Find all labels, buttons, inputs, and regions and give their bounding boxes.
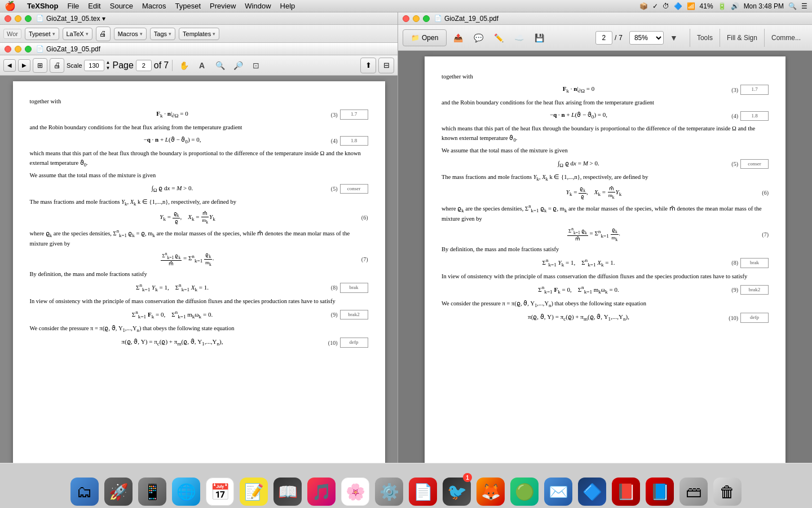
dock-notes[interactable]: 📝 bbox=[237, 473, 270, 506]
adobe-open-button[interactable]: 📁 Open bbox=[403, 29, 447, 46]
dock-tex-app[interactable]: 🔷 bbox=[576, 473, 608, 506]
adobe-fillsign-btn[interactable]: Fill & Sign bbox=[720, 29, 764, 47]
print-button[interactable]: 🖨 bbox=[96, 27, 111, 41]
scale-input[interactable] bbox=[84, 60, 104, 71]
pdf-thumbnail-btn[interactable]: ⊞ bbox=[33, 58, 47, 73]
menu-edit[interactable]: Edit bbox=[83, 1, 105, 11]
launchpad-icon: 🚀 bbox=[104, 478, 133, 506]
tags-dropdown[interactable]: Tags bbox=[150, 28, 175, 40]
adobe-page-input[interactable] bbox=[595, 31, 612, 45]
adobe-edit-btn[interactable]: ✏️ bbox=[489, 29, 508, 47]
text-tool[interactable]: A bbox=[194, 58, 210, 73]
volume-icon[interactable]: 🔊 bbox=[731, 2, 739, 10]
latex-dropdown[interactable]: LaTeX bbox=[63, 28, 92, 40]
source-minimize-button[interactable] bbox=[15, 15, 21, 22]
crop-tool[interactable]: ⊡ bbox=[248, 58, 264, 73]
share-button[interactable]: ⬆ bbox=[360, 58, 376, 73]
adobe-eq3-tag: 1.7 bbox=[740, 85, 769, 95]
typeset-dropdown[interactable]: Typeset bbox=[25, 28, 59, 40]
adobe-eq10-formula: π(ϱ, ϑ, Y) = πc(ϱ) + πm(ϱ, ϑ, Y1,...,Yn)… bbox=[442, 312, 716, 323]
total-pages: 7 bbox=[164, 60, 169, 71]
adobe-eq5-number: (5) bbox=[716, 160, 738, 168]
main-area: 📄 GioZat_19_05.tex ▾ Wor Typeset LaTeX 🖨… bbox=[0, 12, 812, 463]
apple-menu[interactable]: 🍎 bbox=[5, 1, 16, 11]
adobe-zoom-select[interactable]: 85% 100% 125% 150% bbox=[629, 31, 664, 45]
pdf-left-close[interactable] bbox=[5, 46, 11, 52]
dock-launchpad[interactable]: 🚀 bbox=[102, 473, 135, 506]
templates-dropdown[interactable]: Templates bbox=[179, 28, 219, 40]
dock-trash[interactable]: 🗑 bbox=[711, 473, 744, 506]
scale-stepper[interactable]: ▲ ▼ bbox=[106, 60, 111, 71]
adobe-zoom[interactable] bbox=[423, 15, 430, 22]
adobe-para4: The mass fractions and mole fractions Yk… bbox=[442, 173, 769, 183]
dock-firefox[interactable]: 🦊 bbox=[474, 473, 507, 506]
adobe-tools-btn[interactable]: Tools bbox=[690, 29, 720, 47]
dock-finder[interactable]: 🗂 bbox=[68, 473, 101, 506]
sysprefs-icon: ⚙️ bbox=[375, 478, 403, 506]
wifi-icon[interactable]: 📶 bbox=[687, 2, 695, 10]
adobe-save-btn[interactable]: 💾 bbox=[530, 29, 548, 47]
clock-icon[interactable]: ⏱ bbox=[663, 2, 669, 10]
sparrow-badge: 1 bbox=[463, 473, 472, 482]
dock-app-green[interactable]: 🟢 bbox=[508, 473, 541, 506]
eq8-number: (8) bbox=[315, 283, 338, 292]
adobe-close[interactable] bbox=[403, 15, 409, 22]
menu-help[interactable]: Help bbox=[276, 1, 300, 11]
spotlight-icon[interactable]: 🔍 bbox=[788, 2, 797, 10]
menu-typeset[interactable]: Typeset bbox=[171, 1, 206, 11]
source-close-button[interactable] bbox=[5, 15, 11, 22]
dock-tex-editor[interactable]: 📕 bbox=[610, 473, 642, 506]
finder-icon: 🗂 bbox=[70, 478, 99, 506]
adobe-zoom-toggle[interactable]: ▼ bbox=[665, 29, 683, 47]
adobe-comment-btn[interactable]: 💬 bbox=[469, 29, 487, 47]
dock-mission-control[interactable]: 📱 bbox=[136, 473, 169, 506]
pdf-prev-page[interactable]: ◀ bbox=[3, 59, 16, 72]
checkmark-icon[interactable]: ✓ bbox=[652, 2, 658, 10]
dock-mail[interactable]: ✉️ bbox=[542, 473, 575, 506]
page-input[interactable] bbox=[136, 60, 152, 71]
pdf-traffic-lights bbox=[5, 46, 32, 52]
dock: 🗂 🚀 📱 🌐 📅 📝 📖 🎵 🌸 ⚙️ 📄 1 🐦 🦊 bbox=[0, 463, 812, 508]
bluetooth-icon[interactable]: 🔷 bbox=[674, 2, 682, 10]
dock-photos[interactable]: 🌸 bbox=[339, 473, 372, 506]
dock-sysprefs[interactable]: ⚙️ bbox=[373, 473, 405, 506]
dropbox-icon[interactable]: 📦 bbox=[639, 2, 648, 10]
para4: The mass fractions and mole fractions Yk… bbox=[30, 198, 368, 208]
pdf-left-minimize[interactable] bbox=[15, 46, 21, 52]
adobe-eq4-number: (4) bbox=[716, 112, 738, 120]
adobe-cloud-btn[interactable]: ☁️ bbox=[510, 29, 528, 47]
source-zoom-button[interactable] bbox=[25, 15, 32, 22]
zoom-tool[interactable]: 🔎 bbox=[230, 58, 246, 73]
dock-sparrow[interactable]: 1 🐦 bbox=[440, 473, 473, 506]
adobe-para1: together with bbox=[442, 72, 769, 81]
menu-texshop[interactable]: TeXShop bbox=[23, 1, 63, 11]
menu-file[interactable]: File bbox=[63, 1, 83, 11]
macros-dropdown[interactable]: Macros bbox=[114, 28, 147, 40]
menu-source[interactable]: Source bbox=[105, 1, 138, 11]
pdf-left-zoom[interactable] bbox=[25, 46, 32, 52]
dock-files[interactable]: 🗃 bbox=[677, 473, 710, 506]
source-filename: GioZat_19_05.tex bbox=[46, 15, 100, 23]
menu-preview[interactable]: Preview bbox=[205, 1, 240, 11]
adobe-eq9-row: Σnk=1 Fk = 0, Σnk=1 mkωk = 0. (9) brak2 bbox=[442, 284, 769, 296]
dock-calendar[interactable]: 📅 bbox=[204, 473, 236, 506]
dock-safari[interactable]: 🌐 bbox=[170, 473, 202, 506]
search-loupe[interactable]: 🔍 bbox=[212, 58, 228, 73]
menu-window[interactable]: Window bbox=[240, 1, 275, 11]
view-toggle[interactable]: ⊟ bbox=[378, 58, 394, 73]
menu-macros[interactable]: Macros bbox=[138, 1, 171, 11]
source-chevron[interactable]: ▾ bbox=[102, 15, 105, 23]
adobe-comment-tool-btn[interactable]: Comme... bbox=[764, 29, 807, 47]
dock-acrobat[interactable]: 📄 bbox=[407, 473, 439, 506]
adobe-eq8-tag: brak bbox=[740, 258, 769, 268]
adobe-minimize[interactable] bbox=[413, 15, 420, 22]
para5: where ϱk are the species densities, Σnk=… bbox=[30, 227, 368, 248]
notification-icon[interactable]: ☰ bbox=[801, 2, 807, 10]
adobe-share-btn[interactable]: 📤 bbox=[449, 29, 467, 47]
pdf-print-btn[interactable]: 🖨 bbox=[50, 58, 64, 73]
pdf-next-page[interactable]: ▶ bbox=[18, 59, 30, 72]
dock-itunes[interactable]: 🎵 bbox=[305, 473, 338, 506]
dock-acrobat2[interactable]: 📘 bbox=[643, 473, 676, 506]
dock-djvu[interactable]: 📖 bbox=[271, 473, 304, 506]
hand-tool[interactable]: ✋ bbox=[176, 58, 192, 73]
